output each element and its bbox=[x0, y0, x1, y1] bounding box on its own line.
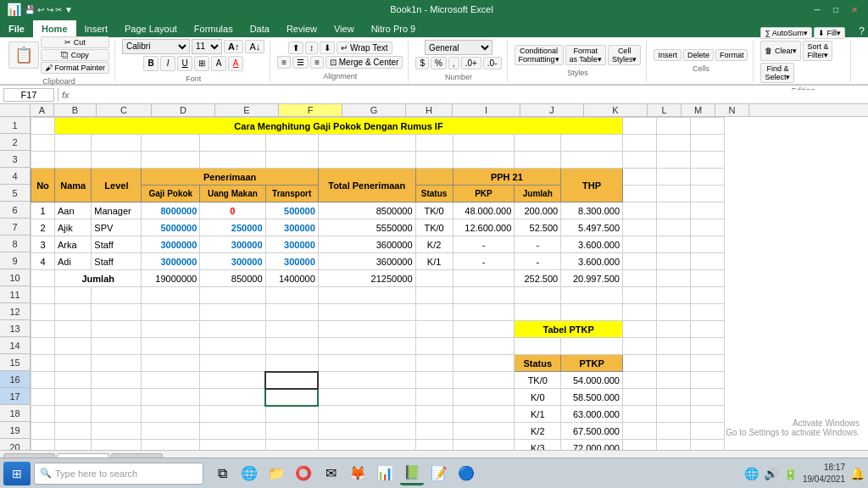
align-right-button[interactable]: ≡ bbox=[310, 56, 324, 69]
cell-m6[interactable] bbox=[657, 202, 691, 219]
row-2[interactable]: 2 bbox=[0, 134, 30, 151]
cell-f14[interactable] bbox=[265, 338, 318, 355]
cell-m10[interactable] bbox=[657, 270, 691, 287]
cell-d15[interactable] bbox=[142, 355, 200, 372]
cell-k2[interactable] bbox=[561, 135, 623, 152]
font-color-button[interactable]: A bbox=[228, 56, 243, 71]
cell-i10[interactable] bbox=[453, 270, 515, 287]
align-center-button[interactable]: ☰ bbox=[292, 56, 309, 69]
cell-e11[interactable] bbox=[200, 287, 265, 304]
cell-m14[interactable] bbox=[657, 338, 691, 355]
cell-d9[interactable]: 3000000 bbox=[142, 253, 200, 270]
cell-j20[interactable]: K/3 bbox=[515, 440, 561, 451]
opera-icon[interactable]: ⭕ bbox=[292, 462, 315, 485]
decrease-decimal-button[interactable]: .0- bbox=[483, 57, 502, 69]
cell-e18[interactable] bbox=[200, 406, 265, 423]
cell-d16[interactable] bbox=[142, 372, 200, 389]
cell-k9[interactable]: 3.600.000 bbox=[561, 253, 623, 270]
volume-icon[interactable]: 🔊 bbox=[764, 467, 778, 480]
cell-f12[interactable] bbox=[265, 304, 318, 321]
cell-k6[interactable]: 8.300.000 bbox=[561, 202, 623, 219]
cell-n20[interactable] bbox=[691, 440, 725, 451]
cell-e3[interactable] bbox=[200, 152, 265, 169]
cell-a19[interactable] bbox=[31, 423, 55, 440]
cell-a3[interactable] bbox=[31, 152, 55, 169]
cell-m18[interactable] bbox=[657, 406, 691, 423]
cell-c6[interactable]: Manager bbox=[92, 202, 142, 219]
cell-e17[interactable] bbox=[200, 389, 265, 406]
cell-e8[interactable]: 300000 bbox=[200, 236, 265, 253]
cell-l19[interactable] bbox=[623, 423, 657, 440]
cell-l17[interactable] bbox=[623, 389, 657, 406]
cell-l3[interactable] bbox=[623, 152, 657, 169]
cell-g16[interactable] bbox=[318, 372, 415, 389]
col-k[interactable]: K bbox=[584, 104, 648, 116]
cell-e16[interactable] bbox=[200, 372, 265, 389]
cell-k15[interactable]: PTKP bbox=[561, 355, 623, 372]
fill-button[interactable]: ⬇ Fill▾ bbox=[814, 27, 845, 39]
wrap-text-button[interactable]: ↵ Wrap Text bbox=[337, 42, 392, 54]
cell-b16[interactable] bbox=[55, 372, 92, 389]
cell-k20[interactable]: 72.000.000 bbox=[561, 440, 623, 451]
cell-f11[interactable] bbox=[265, 287, 318, 304]
cell-m9[interactable] bbox=[657, 253, 691, 270]
cell-c16[interactable] bbox=[92, 372, 142, 389]
cell-c9[interactable]: Staff bbox=[92, 253, 142, 270]
cell-m8[interactable] bbox=[657, 236, 691, 253]
col-n[interactable]: N bbox=[715, 104, 749, 116]
cell-l16[interactable] bbox=[623, 372, 657, 389]
row-15[interactable]: 15 bbox=[0, 354, 30, 371]
cell-b8[interactable]: Arka bbox=[55, 236, 92, 253]
copy-button[interactable]: ⿻ Copy bbox=[41, 49, 109, 61]
explorer-icon[interactable]: 📁 bbox=[264, 462, 288, 485]
cell-b18[interactable] bbox=[55, 406, 92, 423]
row-11[interactable]: 11 bbox=[0, 286, 30, 303]
cell-a10[interactable] bbox=[31, 270, 55, 287]
cell-i4[interactable]: PPH 21 bbox=[453, 169, 561, 186]
col-m[interactable]: M bbox=[682, 104, 715, 116]
cell-i15[interactable] bbox=[453, 355, 515, 372]
cell-c2[interactable] bbox=[92, 135, 142, 152]
cell-j18[interactable]: K/1 bbox=[515, 406, 561, 423]
cell-m20[interactable] bbox=[657, 440, 691, 451]
cell-j5[interactable]: Jumlah bbox=[515, 186, 561, 202]
cell-l12[interactable] bbox=[623, 304, 657, 321]
bold-button[interactable]: B bbox=[143, 56, 159, 71]
cell-g11[interactable] bbox=[318, 287, 415, 304]
cell-n3[interactable] bbox=[691, 152, 725, 169]
cell-f20[interactable] bbox=[265, 440, 318, 451]
row-19[interactable]: 19 bbox=[0, 422, 30, 439]
cell-a18[interactable] bbox=[31, 406, 55, 423]
cell-c13[interactable] bbox=[92, 321, 142, 338]
comma-button[interactable]: , bbox=[448, 57, 459, 69]
cell-g8[interactable]: 3600000 bbox=[318, 236, 415, 253]
row-14[interactable]: 14 bbox=[0, 337, 30, 354]
italic-button[interactable]: I bbox=[160, 56, 175, 71]
row-4[interactable]: 4 bbox=[0, 168, 30, 185]
cell-f9[interactable]: 300000 bbox=[265, 253, 318, 270]
cell-h4[interactable] bbox=[415, 169, 453, 186]
word-icon[interactable]: 📝 bbox=[427, 462, 451, 485]
cell-m13[interactable] bbox=[657, 321, 691, 338]
tab-data[interactable]: Data bbox=[242, 20, 278, 37]
cell-i18[interactable] bbox=[453, 406, 515, 423]
cell-l14[interactable] bbox=[623, 338, 657, 355]
edge-icon[interactable]: 🌐 bbox=[237, 462, 261, 485]
cell-b3[interactable] bbox=[55, 152, 92, 169]
cell-j19[interactable]: K/2 bbox=[515, 423, 561, 440]
cell-h3[interactable] bbox=[415, 152, 453, 169]
cell-m16[interactable] bbox=[657, 372, 691, 389]
cell-k8[interactable]: 3.600.000 bbox=[561, 236, 623, 253]
cell-c14[interactable] bbox=[92, 338, 142, 355]
cell-h9[interactable]: K/1 bbox=[415, 253, 453, 270]
cell-f13[interactable] bbox=[265, 321, 318, 338]
cell-n12[interactable] bbox=[691, 304, 725, 321]
cell-c19[interactable] bbox=[92, 423, 142, 440]
cell-c3[interactable] bbox=[92, 152, 142, 169]
cell-g3[interactable] bbox=[318, 152, 415, 169]
col-f[interactable]: F bbox=[279, 104, 342, 116]
cell-m7[interactable] bbox=[657, 219, 691, 236]
cell-h19[interactable] bbox=[415, 423, 453, 440]
cell-d18[interactable] bbox=[142, 406, 200, 423]
cell-a16[interactable] bbox=[31, 372, 55, 389]
